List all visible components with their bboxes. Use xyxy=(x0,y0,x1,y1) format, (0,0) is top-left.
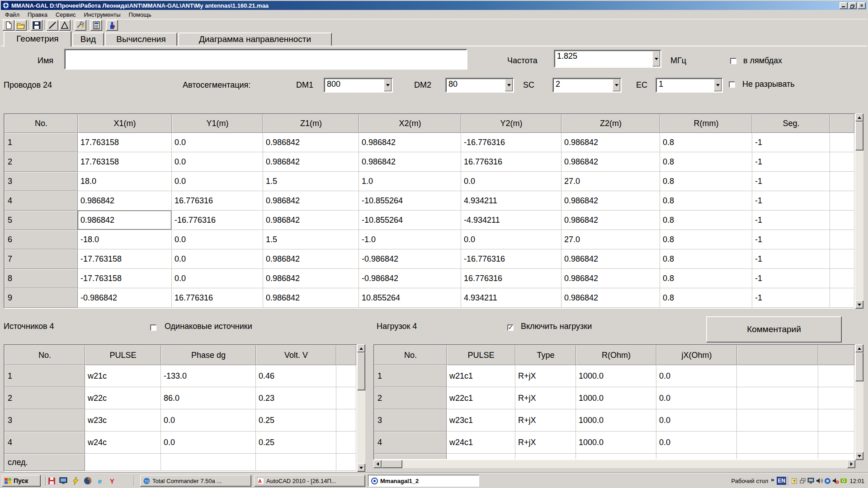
load-row: 4w24c1R+jX1000.00.0 xyxy=(374,432,854,454)
loads-count-label: Нагрузок 4 xyxy=(377,322,417,331)
close-button[interactable]: × xyxy=(858,2,866,9)
wire-row: 6-18.00.01.5-1.00.027.00.8-1 xyxy=(5,230,854,249)
focused-cell[interactable]: 0.986842 xyxy=(78,211,172,230)
task-mmanagal[interactable]: Mmanagal1_2 xyxy=(368,475,479,487)
load-next-row: след. xyxy=(374,454,854,460)
sc-combo[interactable]: 2 xyxy=(552,78,622,93)
toolbar-separator xyxy=(88,20,89,30)
minimize-button[interactable] xyxy=(840,2,848,9)
yandex-icon[interactable]: Y xyxy=(108,476,117,485)
volume-tray-icon[interactable] xyxy=(815,477,823,485)
save-icon[interactable] xyxy=(31,20,42,31)
same-sources-checkbox[interactable] xyxy=(150,324,156,331)
restore-button[interactable] xyxy=(849,2,857,9)
scroll-thumb[interactable] xyxy=(855,122,863,150)
scroll-up-button[interactable] xyxy=(855,113,863,122)
source-next-row: след. xyxy=(5,454,356,471)
lambda-checkbox[interactable] xyxy=(730,58,736,64)
firefox-icon[interactable] xyxy=(83,476,92,485)
screen: MMANA-GAL D:\Прочее\Работа Леонида\ANT\M… xyxy=(0,0,868,488)
load-row: 2w22c1R+jX1000.00.0 xyxy=(374,387,854,409)
task-total-commander[interactable]: TC Total Commander 7.50a ... xyxy=(140,475,251,487)
internet-explorer-icon[interactable]: e xyxy=(95,476,104,485)
download-master-icon[interactable] xyxy=(71,476,80,485)
scroll-thumb[interactable] xyxy=(357,352,365,390)
nvidia-tray-icon[interactable] xyxy=(840,477,848,485)
toolbar-separator xyxy=(104,20,105,30)
nobreak-checkbox[interactable] xyxy=(729,81,735,88)
taskbar: Пуск e Y TC Total Commander 7.50a ... A … xyxy=(0,473,868,488)
desktop-toolbar-label[interactable]: Рабочий стол xyxy=(731,478,769,484)
window-restore-tray-icon[interactable] xyxy=(799,477,807,485)
chevron-more-icon[interactable]: » xyxy=(771,476,774,483)
sc-combo-arrow[interactable] xyxy=(613,79,620,91)
triangle-antenna-icon[interactable] xyxy=(59,20,71,31)
tab-pattern[interactable]: Диаграмма направленности xyxy=(178,33,332,46)
filler-header xyxy=(830,114,854,133)
enable-loads-checkbox[interactable] xyxy=(507,324,514,331)
tab-view[interactable]: Вид xyxy=(72,33,104,46)
loads-table-hscrollbar[interactable] xyxy=(373,460,855,468)
frequency-label: Частота xyxy=(507,56,538,66)
ec-combo-arrow[interactable] xyxy=(714,79,722,91)
draw-line-icon[interactable] xyxy=(47,20,58,31)
sources-header-row: No.PULSEPhase dgVolt. V xyxy=(5,345,356,365)
menu-file[interactable]: Файл xyxy=(1,10,24,19)
open-folder-icon[interactable] xyxy=(15,20,27,31)
media-player-tray-icon[interactable] xyxy=(823,477,831,485)
wire-row: 318.00.01.51.00.027.00.8-1 xyxy=(5,172,854,191)
floppy-icon[interactable] xyxy=(47,476,56,485)
comment-button[interactable]: Комментарий xyxy=(706,316,842,343)
tab-calculations[interactable]: Вычисления xyxy=(105,33,177,46)
wire-row: 40.98684216.7763160.986842-10.8552644.93… xyxy=(5,191,854,211)
wire-row: 217.7631580.00.9868420.98684216.7763160.… xyxy=(5,152,854,172)
optimization-icon[interactable] xyxy=(106,20,118,31)
scroll-left-button[interactable] xyxy=(373,460,382,468)
chevron-down-icon xyxy=(615,84,618,86)
dm1-combo[interactable]: 800 xyxy=(324,78,393,93)
mhz-label: МГц xyxy=(670,56,686,66)
wires-table-scrollbar[interactable] xyxy=(855,113,863,309)
menu-edit[interactable]: Правка xyxy=(24,10,52,19)
clock[interactable]: 12:01 xyxy=(849,478,864,484)
sources-count-label: Источников 4 xyxy=(4,322,54,331)
sources-table-scrollbar[interactable] xyxy=(357,344,365,472)
dm1-label: DM1 xyxy=(296,80,313,90)
wire-row: 117.7631580.00.9868420.986842-16.7763160… xyxy=(5,133,854,152)
source-row: 2w22c86.00.23 xyxy=(5,387,356,409)
scroll-down-button[interactable] xyxy=(855,452,863,460)
scroll-thumb[interactable] xyxy=(855,352,863,381)
ec-combo[interactable]: 1 xyxy=(656,78,723,93)
scroll-down-button[interactable] xyxy=(855,300,863,309)
task-autocad[interactable]: A AutoCAD 2010 - [26.14П... xyxy=(254,475,365,487)
scroll-right-button[interactable] xyxy=(847,460,855,468)
menu-tools[interactable]: Инструменты xyxy=(80,10,124,19)
source-row: 3w23c0.00.25 xyxy=(5,409,356,432)
tab-geometry[interactable]: Геометрия xyxy=(4,31,71,47)
dm1-combo-arrow[interactable] xyxy=(384,79,392,91)
autocad-icon: A xyxy=(257,478,264,484)
show-desktop-icon[interactable] xyxy=(59,476,68,485)
frequency-combo-arrow[interactable] xyxy=(652,51,660,66)
calculator-icon[interactable] xyxy=(90,20,102,31)
menu-service[interactable]: Сервис xyxy=(52,10,80,19)
menu-help[interactable]: Помощь xyxy=(124,10,155,19)
display-tray-icon[interactable] xyxy=(807,477,815,485)
dm2-combo-arrow[interactable] xyxy=(505,79,513,91)
ec-label: EC xyxy=(636,80,647,90)
tools-icon[interactable] xyxy=(75,20,86,31)
new-document-icon[interactable] xyxy=(3,20,14,31)
frequency-combo[interactable]: 1.825 xyxy=(554,50,661,68)
language-indicator[interactable]: EN xyxy=(777,477,786,485)
loads-table-scrollbar[interactable] xyxy=(855,344,863,460)
wire-row: 50.986842-16.7763160.986842-10.855264-4.… xyxy=(5,211,854,230)
scroll-down-button[interactable] xyxy=(357,464,365,472)
dm2-combo[interactable]: 80 xyxy=(445,78,514,93)
name-input[interactable] xyxy=(64,49,467,70)
start-button[interactable]: Пуск xyxy=(2,475,41,487)
scroll-up-button[interactable] xyxy=(855,344,863,352)
help-tray-icon[interactable]: ? xyxy=(791,477,799,485)
volume-muted-tray-icon[interactable] xyxy=(831,477,840,485)
scroll-up-button[interactable] xyxy=(357,344,365,352)
scroll-thumb[interactable] xyxy=(382,460,402,468)
